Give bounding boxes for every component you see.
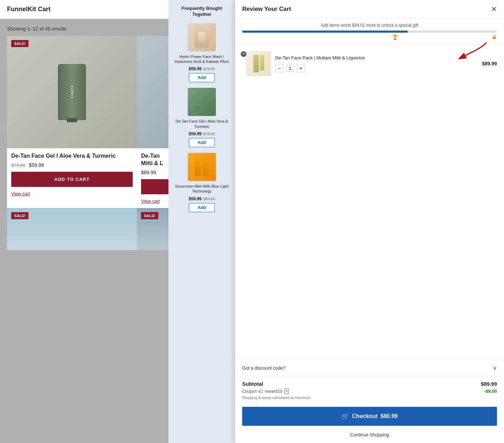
fbt-item-name-3: Sunscreen Mist With Blue Light Technolog… bbox=[173, 184, 231, 194]
fbt-prices-2: $59.99 $79.99 bbox=[189, 130, 215, 137]
discount-label: Got a discount code? bbox=[242, 365, 285, 371]
cart-item-img-1 bbox=[246, 51, 271, 76]
continue-shopping[interactable]: Continue Shopping bbox=[235, 429, 504, 443]
fbt-prices-1: $59.99 $79.99 bbox=[189, 65, 215, 72]
cart-item-1: ✕ De-Tan Face Pack | Multani Mitti & Liq… bbox=[242, 48, 497, 79]
fbt-original-1: $79.99 bbox=[203, 67, 215, 71]
fbt-original-3: $89.99 bbox=[203, 197, 215, 201]
site-title: FunnelKit Cart bbox=[7, 6, 51, 13]
sale-badge-1: SALE! bbox=[11, 40, 28, 47]
cart-title: Review Your Cart bbox=[242, 6, 291, 13]
price-row-1: $79.99 $59.99 bbox=[11, 162, 133, 168]
gift-progress: Add items worth $44.01 more to unlock a … bbox=[235, 19, 504, 44]
fbt-original-2: $79.99 bbox=[203, 132, 215, 136]
trophy-icon: 🏆 bbox=[392, 34, 398, 40]
coupon-row: Coupon 🏷 reward10 ✕ -$9.00 bbox=[242, 388, 497, 394]
cart-item-details-1: De-Tan Face Pack | Multani Mitti & Liquo… bbox=[275, 55, 478, 72]
subtotal-amount: $89.99 bbox=[481, 381, 497, 387]
fbt-item-name-1: Hydro Power Face Wash | Hyaluronic Acid … bbox=[173, 54, 231, 64]
progress-bar-container bbox=[242, 31, 497, 33]
checkout-amount: $80.99 bbox=[380, 413, 398, 419]
coupon-tag-icon: 🏷 bbox=[258, 389, 263, 394]
fbt-price-1: $59.99 bbox=[189, 66, 202, 71]
fbt-item-3: Sunscreen Mist With Blue Light Technolog… bbox=[173, 153, 231, 212]
lock-icon: 🔒 bbox=[491, 34, 497, 39]
coupon-label-text: Coupon bbox=[242, 389, 257, 394]
subtotal-label: Subtotal bbox=[242, 381, 263, 387]
coupon-code-text: reward10 bbox=[265, 389, 282, 394]
fbt-panel: Frequently Bought Together Hydro Power F… bbox=[168, 0, 235, 443]
price-only-2: $89.99 bbox=[141, 170, 156, 175]
fbt-item-img-2 bbox=[188, 88, 216, 116]
cart-item-price-1: $89.99 bbox=[482, 61, 497, 66]
sale-badge-bottom-1: SALE! bbox=[11, 212, 28, 219]
remove-item-button-1[interactable]: ✕ bbox=[241, 51, 246, 57]
cart-close-button[interactable]: ✕ bbox=[491, 6, 497, 13]
product-image-1: ELEMIS bbox=[7, 36, 137, 148]
view-cart-link-1[interactable]: View cart bbox=[11, 190, 133, 198]
add-to-cart-button-1[interactable]: ADD TO CART bbox=[11, 172, 133, 187]
fbt-add-button-1[interactable]: Add bbox=[189, 73, 214, 82]
fbt-prices-3: $59.99 $89.99 bbox=[189, 195, 215, 202]
fbt-item-name-2: De-Tan Face Gel I Aloe Vera & Turmeric bbox=[173, 119, 231, 129]
checkout-button[interactable]: 🛒 Checkout $80.99 bbox=[242, 407, 497, 426]
sale-badge-bottom-2: SALE! bbox=[141, 212, 158, 219]
coupon-remove-button[interactable]: ✕ bbox=[284, 388, 289, 394]
gift-message: Add items worth $44.01 more to unlock a … bbox=[242, 23, 497, 28]
discount-header[interactable]: Got a discount code? ∨ bbox=[242, 365, 497, 371]
subtotal-section: Subtotal $89.99 Coupon 🏷 reward10 ✕ -$9.… bbox=[235, 376, 504, 407]
qty-value-1: 1 bbox=[286, 65, 294, 72]
cart-panel: Review Your Cart ✕ Add items worth $44.0… bbox=[235, 0, 504, 443]
fbt-title: Frequently Bought Together bbox=[173, 6, 231, 18]
fbt-item-1: Hydro Power Face Wash | Hyaluronic Acid … bbox=[173, 23, 231, 83]
fbt-item-img-1 bbox=[188, 23, 216, 51]
qty-increase-button-1[interactable]: + bbox=[297, 64, 305, 72]
overlay-container: Frequently Bought Together Hydro Power F… bbox=[168, 0, 504, 443]
coupon-savings: -$9.00 bbox=[484, 389, 497, 394]
price-original-1: $79.99 bbox=[11, 163, 25, 168]
fbt-item-img-3 bbox=[188, 153, 216, 181]
fbt-price-3: $59.99 bbox=[189, 196, 202, 201]
product-card-bottom-1: SALE! bbox=[7, 208, 137, 250]
fbt-item-2: De-Tan Face Gel I Aloe Vera & Turmeric $… bbox=[173, 88, 231, 147]
cart-items: ✕ De-Tan Face Pack | Multani Mitti & Liq… bbox=[235, 44, 504, 359]
fbt-add-button-3[interactable]: Add bbox=[189, 203, 214, 212]
cart-header: Review Your Cart ✕ bbox=[235, 0, 504, 19]
qty-decrease-button-1[interactable]: − bbox=[275, 64, 284, 72]
price-sale-1: $59.99 bbox=[29, 162, 44, 168]
subtotal-row: Subtotal $89.99 bbox=[242, 381, 497, 387]
progress-bar-fill bbox=[242, 31, 408, 33]
chevron-down-icon: ∨ bbox=[493, 365, 497, 371]
qty-controls-1: − 1 + bbox=[275, 64, 478, 72]
discount-section: Got a discount code? ∨ bbox=[235, 359, 504, 376]
product-info-1: De-Tan Face Gel I Aloe Vera & Turmeric $… bbox=[7, 148, 137, 201]
fbt-add-button-2[interactable]: Add bbox=[189, 138, 214, 147]
shipping-note: Shipping & taxes calculated at checkout bbox=[242, 396, 497, 400]
progress-icons: 🏆 🔒 bbox=[242, 34, 497, 41]
fbt-price-2: $59.99 bbox=[189, 131, 202, 136]
coupon-left: Coupon 🏷 reward10 ✕ bbox=[242, 388, 289, 394]
cart-icon-button: 🛒 bbox=[341, 412, 349, 420]
checkout-label: Checkout bbox=[352, 413, 378, 419]
cart-item-name-1: De-Tan Face Pack | Multani Mitti & Liquo… bbox=[275, 55, 478, 61]
product-name-1: De-Tan Face Gel I Aloe Vera & Turmeric bbox=[11, 152, 133, 160]
product-card-1: SALE! ELEMIS De-Tan Face Gel I Aloe Vera… bbox=[7, 36, 137, 208]
